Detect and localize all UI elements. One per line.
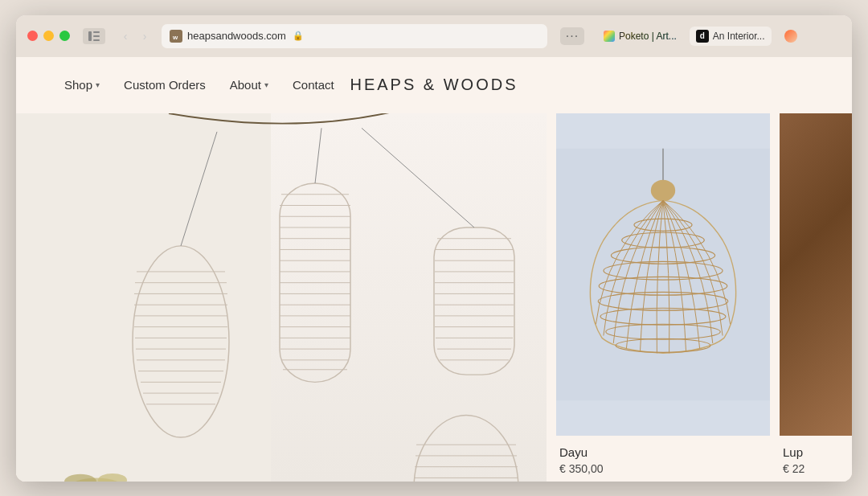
nav-about[interactable]: About ▾ [230,78,268,92]
forward-button[interactable]: › [136,27,154,45]
website-content: Shop ▾ Custom Orders About ▾ Contact HEA… [16,57,852,482]
hero-main-image [16,113,547,482]
bookmark-interior[interactable]: d An Interior... [690,27,772,46]
nav-arrows: ‹ › [117,27,154,45]
poketo-icon [604,31,615,42]
svg-line-38 [315,128,321,183]
back-button[interactable]: ‹ [117,27,134,45]
user-avatar-icon [784,30,797,43]
close-button[interactable] [27,31,38,41]
interior-favicon: d [696,30,709,43]
shop-chevron-icon: ▾ [96,80,100,89]
product-name-lup: Lup [783,445,849,459]
svg-rect-1 [93,31,100,33]
product-price-lup: € 22 [783,462,849,475]
product-name-dayu: Dayu [559,445,767,459]
sidebar-toggle-button[interactable] [83,28,105,44]
svg-line-52 [362,128,474,228]
product-info-dayu: Dayu € 350,00 [556,436,770,482]
site-logo[interactable]: HEAPS & WOODS [350,76,518,94]
browser-window: ‹ › w heapsandwoods.com 🔒 ··· Poketo | A… [16,15,852,482]
site-navigation: Shop ▾ Custom Orders About ▾ Contact HEA… [16,57,852,113]
svg-rect-2 [93,35,100,37]
svg-point-60 [98,473,127,481]
traffic-lights [27,31,70,41]
svg-point-59 [64,473,96,481]
bookmark-poketo-label: Poketo | Art... [619,31,677,42]
svg-rect-3 [93,39,100,41]
hero-section: Dayu € 350,00 Lup € 22 [16,113,852,482]
minimize-button[interactable] [43,31,54,41]
more-options-button[interactable]: ··· [560,27,584,45]
nav-custom-orders[interactable]: Custom Orders [124,78,206,92]
svg-point-53 [414,415,518,481]
product-card-dayu[interactable]: Dayu € 350,00 [556,113,770,482]
bookmark-avatar[interactable] [778,27,804,46]
lock-icon: 🔒 [293,31,304,41]
bookmark-interior-label: An Interior... [713,31,765,42]
product-image-dayu [556,113,770,436]
maximize-button[interactable] [59,31,70,41]
svg-line-19 [181,131,217,245]
bookmark-poketo[interactable]: Poketo | Art... [597,27,683,46]
product-card-lup[interactable]: Lup € 22 [780,113,852,482]
browser-titlebar: ‹ › w heapsandwoods.com 🔒 ··· Poketo | A… [16,15,852,57]
svg-point-63 [651,179,675,201]
bookmarks-bar: Poketo | Art... d An Interior... [597,27,804,46]
svg-point-5 [133,245,229,437]
svg-text:w: w [172,34,178,40]
about-chevron-icon: ▾ [264,80,268,89]
nav-left-links: Shop ▾ Custom Orders About ▾ Contact [64,78,334,92]
products-section: Dayu € 350,00 Lup € 22 [556,113,852,482]
url-text: heapsandwoods.com [187,30,286,42]
address-bar[interactable]: w heapsandwoods.com 🔒 [162,24,547,48]
nav-contact[interactable]: Contact [293,78,334,92]
product-price-dayu: € 350,00 [559,462,767,475]
site-favicon: w [170,30,182,43]
product-image-lup [780,113,852,436]
hero-background [16,113,547,482]
product-info-lup: Lup € 22 [780,436,852,482]
nav-shop[interactable]: Shop ▾ [64,78,100,92]
svg-rect-0 [88,31,92,41]
